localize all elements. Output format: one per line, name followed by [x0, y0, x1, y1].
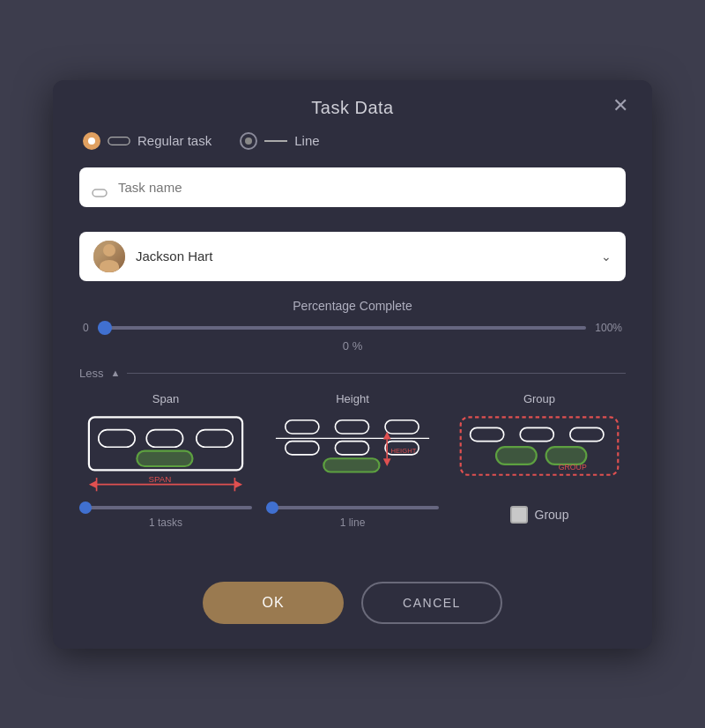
svg-rect-14 [286, 420, 319, 433]
group-checkbox[interactable] [510, 506, 528, 524]
group-title: Group [523, 392, 555, 405]
dialog-footer: OK CANCEL [53, 568, 652, 649]
height-title: Height [336, 392, 369, 405]
span-slider[interactable] [79, 506, 252, 509]
radio-regular-label: Regular task [137, 133, 212, 148]
span-diagram: SPAN [79, 412, 252, 499]
svg-marker-9 [89, 480, 97, 488]
radio-line-label: Line [294, 133, 319, 148]
task-input-icon [92, 185, 108, 201]
assignee-dropdown[interactable]: Jackson Hart ⌄ [79, 232, 626, 281]
radio-circle-line [240, 132, 257, 150]
height-value: 1 line [340, 516, 366, 529]
percentage-label: Percentage Complete [79, 299, 626, 313]
less-section[interactable]: Less ▲ [79, 367, 626, 380]
radio-row: Regular task Line [79, 132, 626, 150]
close-button[interactable]: ✕ [606, 92, 634, 120]
slider-max: 100% [595, 322, 622, 334]
avatar [93, 241, 125, 272]
svg-rect-30 [496, 447, 537, 464]
less-label: Less [79, 367, 103, 380]
svg-rect-4 [99, 429, 135, 447]
height-slider-row [266, 506, 439, 509]
cancel-button[interactable]: CANCEL [361, 582, 502, 624]
span-title: Span [152, 392, 179, 405]
regular-task-icon [108, 135, 130, 147]
svg-text:SPAN: SPAN [148, 474, 171, 484]
radio-circle-regular [83, 132, 100, 150]
dialog-header: Task Data ✕ [53, 80, 652, 132]
svg-rect-29 [570, 427, 604, 441]
slider-row: 0 100% [83, 322, 622, 334]
line-task-icon [264, 138, 287, 144]
svg-rect-16 [385, 420, 419, 433]
svg-rect-19 [335, 441, 368, 454]
svg-rect-21 [323, 458, 379, 472]
svg-rect-26 [461, 417, 619, 474]
percentage-value: 0 % [79, 339, 626, 353]
svg-rect-5 [146, 429, 182, 447]
dialog-title: Task Data [311, 98, 393, 118]
slider-container: 0 100% [79, 322, 626, 334]
height-slider[interactable] [266, 506, 439, 509]
svg-rect-28 [520, 427, 553, 441]
task-name-input[interactable] [79, 167, 626, 207]
task-name-wrapper [79, 167, 626, 219]
svg-rect-15 [335, 420, 368, 433]
svg-rect-7 [137, 450, 192, 465]
span-column: Span SPAN [79, 392, 252, 529]
radio-regular-task[interactable]: Regular task [83, 132, 212, 150]
three-col: Span SPAN [79, 392, 626, 529]
svg-marker-24 [383, 458, 391, 466]
assignee-name: Jackson Hart [136, 249, 590, 264]
svg-rect-27 [471, 427, 504, 441]
dialog-body: Regular task Line [53, 132, 652, 568]
group-diagram: GROUP [453, 412, 626, 499]
svg-rect-31 [546, 447, 587, 464]
span-slider-row [79, 506, 252, 509]
svg-text:GROUP: GROUP [559, 463, 587, 472]
svg-rect-18 [286, 441, 319, 454]
group-check-row: Group [510, 506, 569, 524]
svg-rect-6 [197, 429, 233, 447]
span-value: 1 tasks [149, 516, 182, 529]
svg-marker-10 [234, 480, 242, 488]
svg-text:HEIGHT: HEIGHT [391, 446, 417, 454]
svg-rect-0 [108, 137, 130, 145]
group-column: Group GROUP [453, 392, 626, 529]
avatar-image [93, 241, 125, 272]
slider-min: 0 [83, 322, 89, 334]
svg-rect-2 [93, 189, 107, 197]
radio-line[interactable]: Line [240, 132, 319, 150]
less-chevron-icon: ▲ [110, 368, 120, 378]
dialog: Task Data ✕ Regular task [53, 80, 652, 649]
percentage-slider[interactable] [98, 326, 587, 330]
height-column: Height [266, 392, 439, 529]
backdrop: Task Data ✕ Regular task [0, 0, 705, 728]
ok-button[interactable]: OK [203, 582, 344, 624]
group-checkbox-label: Group [535, 508, 569, 522]
chevron-down-icon: ⌄ [601, 249, 612, 264]
height-diagram: HEIGHT [266, 412, 439, 499]
divider-line [127, 373, 626, 374]
